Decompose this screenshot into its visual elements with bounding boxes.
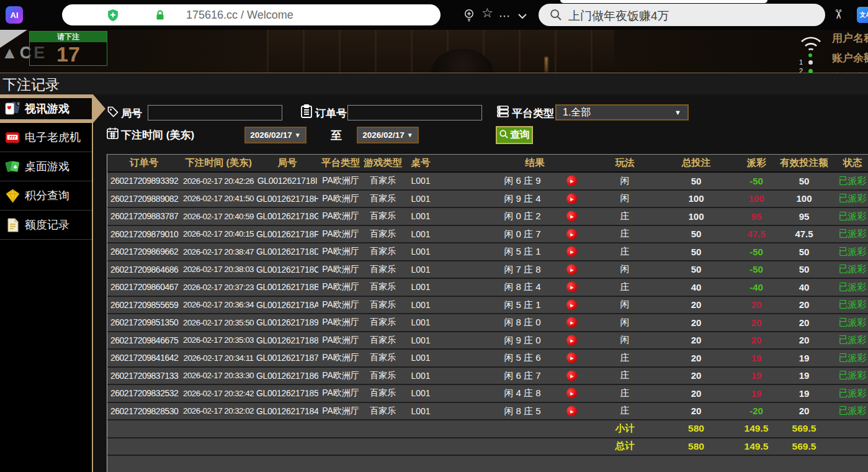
play-video-button[interactable]: ▶ [566, 299, 577, 310]
cell-game_type: 百家乐 [363, 384, 403, 402]
empty-row [107, 455, 868, 472]
slot-machine-icon: 777 [4, 129, 21, 146]
play-video-button[interactable]: ▶ [566, 247, 577, 257]
dropdown-arrow-icon: ▼ [674, 109, 681, 116]
query-button[interactable]: 查询 [496, 126, 533, 144]
marker-2-dot [808, 69, 813, 73]
order-no-input[interactable] [347, 105, 482, 120]
browser-logo[interactable]: AI [6, 6, 23, 24]
cell-payout: 19 [736, 384, 776, 402]
cell-result: 闲 9 庄 4▶ [439, 190, 594, 208]
idea-icon[interactable] [463, 9, 475, 25]
chevron-down-icon[interactable] [517, 11, 527, 22]
cell-bet_time: 2026-02-17 20:41:50 [181, 190, 256, 208]
marker-2: 2 [799, 67, 803, 73]
cell-status: 已派彩 [832, 402, 868, 420]
play-video-button[interactable]: ▶ [566, 264, 577, 275]
sidebar: 9 视讯游戏 777 电子老虎机 [0, 94, 93, 472]
sidebar-item-points[interactable]: 积分查询 [0, 181, 93, 211]
calendar-icon [106, 127, 119, 142]
summary-empty-cell [363, 438, 403, 456]
cell-bet_type: 庄 [594, 384, 656, 402]
cell-game_type: 百家乐 [363, 278, 403, 296]
result-text: 闲 9 庄 0 [473, 334, 572, 346]
play-video-button[interactable]: ▶ [566, 406, 577, 416]
cell-round_no: GL0012621718C [256, 261, 318, 279]
cell-order_no: 260217209846675 [107, 332, 181, 350]
empty-cell [656, 455, 736, 472]
platform-type-select[interactable]: 1.全部 ▼ [555, 104, 689, 120]
cell-result: 闲 6 庄 7▶ [439, 367, 594, 385]
address-bar[interactable]: 175616.cc / Welcome [62, 4, 441, 25]
cell-order_no: 260217209841642 [107, 349, 181, 367]
sidebar-item-video-games[interactable]: 9 视讯游戏 [0, 94, 93, 123]
summary-empty-cell [363, 420, 403, 438]
date-from-select[interactable]: 2026/02/17 ▼ [244, 127, 306, 143]
cell-status: 已派彩 [832, 172, 868, 190]
empty-cell [776, 455, 832, 472]
date-to-select[interactable]: 2026/02/17 ▼ [357, 127, 419, 143]
cell-platform: PA欧洲厅 [318, 225, 363, 243]
game-video-strip: ▲CE 请下注 17 1 2 用户名称 账户余额 桌台编号 [0, 30, 868, 73]
marker-1: 1 [799, 58, 803, 66]
play-video-button[interactable]: ▶ [566, 229, 577, 239]
lock-icon[interactable] [155, 10, 165, 23]
video-games-cards-icon: 9 [4, 101, 21, 117]
cell-table_no: L001 [403, 190, 439, 208]
table-row: 2602172098837872026-02-17 20:40:59GL0012… [107, 207, 868, 225]
cell-payout: 95 [736, 207, 776, 225]
round-no-input[interactable] [148, 105, 282, 120]
play-video-button[interactable]: ▶ [566, 317, 577, 328]
bookmark-star-icon[interactable]: ☆ [481, 6, 493, 19]
summary-empty-cell [256, 438, 318, 456]
cell-platform: PA欧洲厅 [318, 172, 363, 190]
play-video-button[interactable]: ▶ [566, 211, 577, 222]
gem-icon [4, 188, 21, 204]
bet-table-body: 2602172098933922026-02-17 20:42:26GL0012… [107, 172, 868, 472]
cell-result: 闲 0 庄 2▶ [439, 207, 594, 225]
cell-order_no: 260217209889082 [107, 190, 181, 208]
cell-valid_bet: 50 [776, 243, 832, 261]
summary-valid-bet: 569.5 [776, 438, 832, 456]
empty-cell [594, 455, 656, 472]
play-video-button[interactable]: ▶ [566, 388, 577, 399]
cell-status: 已派彩 [832, 296, 868, 314]
svg-text:♠: ♠ [12, 163, 17, 170]
page: AI 175616.cc / Welcome ☆ ⋯ 上门做年夜饭赚4万 ✂ 文… [0, 0, 868, 472]
cell-valid_bet: 20 [776, 332, 832, 350]
more-options-icon[interactable]: ⋯ [499, 14, 511, 19]
cell-table_no: L001 [403, 278, 439, 296]
cell-result: 闲 9 庄 0▶ [439, 332, 594, 350]
cell-round_no: GL00126217187 [256, 349, 318, 367]
play-video-button[interactable]: ▶ [566, 282, 577, 293]
cell-round_no: GL0012621718G [256, 207, 318, 225]
result-text: 闲 5 庄 1 [473, 299, 572, 311]
search-input[interactable]: 上门做年夜饭赚4万 [539, 4, 825, 26]
cell-order_no: 260217209832532 [107, 384, 181, 402]
play-icon: ▶ [570, 338, 573, 342]
cell-table_no: L001 [403, 314, 439, 332]
cell-game_type: 百家乐 [363, 367, 403, 385]
cell-game_type: 百家乐 [363, 190, 403, 208]
sidebar-item-credit-records[interactable]: 额度记录 [0, 211, 93, 240]
sidebar-item-table-games[interactable]: ♠ 桌面游戏 [0, 152, 93, 181]
cell-order_no: 260217209828530 [107, 402, 181, 420]
table-row: 2602172098285302026-02-17 20:32:02GL0012… [107, 402, 868, 420]
empty-cell [363, 455, 403, 472]
play-video-button[interactable]: ▶ [566, 353, 577, 363]
result-text: 闲 5 庄 1 [473, 246, 572, 258]
scissors-icon[interactable]: ✂ [831, 9, 846, 20]
play-video-button[interactable]: ▶ [566, 370, 577, 381]
table-row: 2602172098696622026-02-17 20:38:47GL0012… [107, 243, 868, 261]
play-video-button[interactable]: ▶ [566, 335, 577, 345]
shield-plus-icon[interactable] [107, 9, 119, 24]
play-video-button[interactable]: ▶ [566, 193, 577, 204]
date-from-value: 2026/02/17 [250, 130, 292, 140]
table-row: 2602172098890822026-02-17 20:41:50GL0012… [107, 190, 868, 208]
play-video-button[interactable]: ▶ [566, 176, 577, 186]
cell-valid_bet: 47.5 [776, 225, 832, 243]
translate-icon[interactable]: 文A [857, 7, 868, 23]
sidebar-item-slots[interactable]: 777 电子老虎机 [0, 123, 93, 152]
summary-empty-cell [107, 438, 181, 456]
cell-table_no: L001 [403, 367, 439, 385]
